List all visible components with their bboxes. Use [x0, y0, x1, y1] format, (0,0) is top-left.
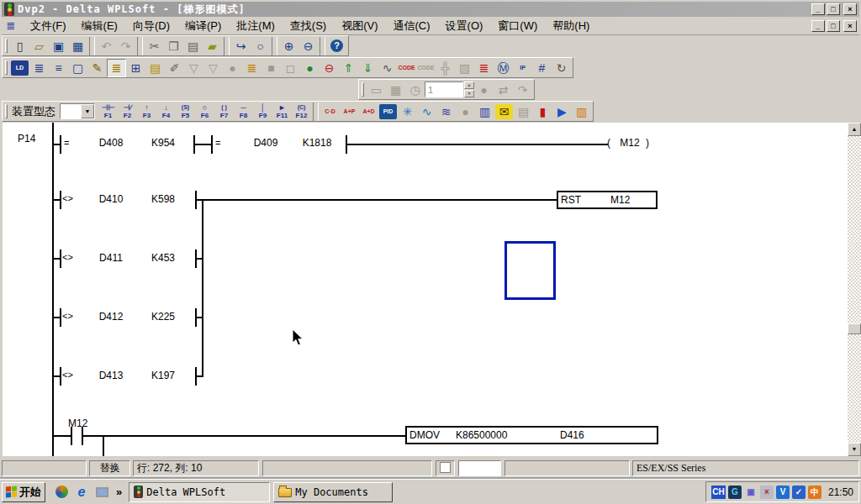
f11-instruction-button[interactable]: ►F11 [272, 102, 292, 122]
position-wizard-button[interactable]: ✳ [398, 102, 417, 121]
tray-graphics-icon[interactable]: G [728, 486, 742, 499]
ladder-edit-button[interactable]: ≣ [107, 59, 126, 77]
goto-button[interactable]: ↪ [231, 37, 251, 55]
ramp-wizard-button[interactable]: ≋ [436, 102, 456, 121]
download-program-button[interactable]: ⇓ [358, 59, 378, 77]
compare-operand[interactable]: D413 [86, 370, 136, 381]
task-delta-wplsoft[interactable]: Delta WPLSoft [129, 482, 270, 502]
output-coil-button[interactable]: ○F6 [195, 102, 214, 122]
restore-button[interactable]: □ [827, 3, 840, 15]
tray-network-disconnected-icon[interactable]: × [760, 486, 774, 499]
instruction-mode-button[interactable]: ≡ [49, 59, 68, 77]
ladder-cursor[interactable] [504, 241, 556, 300]
print-ladder-button[interactable]: ▤ [514, 102, 533, 121]
op-panel-button[interactable]: ▧ [455, 59, 474, 77]
pid-wizard-button[interactable]: PID [379, 104, 397, 119]
save-all-button[interactable]: ▦ [68, 37, 87, 55]
comment-block-button[interactable]: ▤ [145, 59, 165, 77]
compare-operator[interactable]: = [64, 138, 69, 149]
compare-operand[interactable]: K1818 [292, 137, 342, 149]
tray-security-shield-icon[interactable]: ✓ [792, 486, 806, 499]
spin-down-button[interactable]: ▼ [464, 90, 474, 97]
start-plc-button[interactable]: ▶ [552, 102, 572, 121]
time-monitor-button[interactable]: ◷ [405, 81, 425, 99]
ladder-out-mode-button[interactable]: LD [11, 60, 29, 76]
device-table-button[interactable]: ▥ [475, 102, 494, 121]
edit-comment-button[interactable]: ✎ [87, 59, 107, 77]
edit-register-button[interactable]: ≣ [474, 59, 494, 77]
edit-in-monitor-button[interactable]: ≣ [242, 59, 261, 77]
set-coil-button[interactable]: (S)F5 [176, 102, 195, 122]
verify-code-button[interactable]: CODE [416, 59, 436, 77]
compare-wizard-button[interactable]: C·D [320, 102, 340, 121]
undo-button[interactable]: ↶ [97, 37, 116, 55]
sfc-mode-button[interactable]: ▢ [68, 59, 87, 77]
new-file-button[interactable]: ▯ [10, 37, 29, 55]
menu-wizard[interactable]: 向导(D) [125, 18, 177, 34]
refresh-monitor-button[interactable]: ⇄ [494, 81, 513, 99]
speech-wizard-button[interactable]: ● [456, 102, 475, 121]
chevron-down-icon[interactable]: ▼ [81, 104, 94, 118]
zoom-out-button[interactable]: ⊖ [298, 37, 318, 55]
sfc-monitor-button[interactable]: ▽ [203, 59, 223, 77]
output-coil[interactable]: M12 [613, 137, 647, 149]
message-wizard-button[interactable]: ✉ [495, 104, 513, 119]
compare-operand[interactable]: D410 [86, 193, 136, 205]
compare-operator[interactable]: <> [62, 252, 73, 262]
compare-operator[interactable]: <> [62, 370, 73, 380]
chevron-more-icon[interactable]: » [116, 486, 122, 498]
rst-instruction-box[interactable]: RST M12 [557, 191, 658, 209]
application-instruction-button[interactable]: ( )F7 [214, 102, 234, 122]
find-button[interactable]: ○ [251, 37, 270, 55]
search-ip-button[interactable]: IP [513, 59, 532, 77]
toolbar-grip[interactable] [5, 39, 8, 53]
menu-window[interactable]: 窗口(W) [490, 18, 545, 34]
compare-operator[interactable]: = [215, 138, 220, 149]
menu-view[interactable]: 视图(V) [334, 18, 385, 34]
vertical-line-button[interactable]: │F9 [253, 102, 272, 122]
contact-a-button[interactable]: ⊣⊢F1 [98, 102, 118, 122]
menu-communication[interactable]: 通信(C) [386, 18, 438, 34]
dmov-instruction-box[interactable]: DMOV K86500000 D416 [405, 426, 658, 444]
branch-contact-d412[interactable]: <> D412 K225 [3, 308, 848, 367]
close-button[interactable]: × [843, 3, 857, 15]
compare-operand[interactable]: K598 [138, 193, 188, 205]
scroll-up-button[interactable]: ▲ [848, 123, 861, 136]
start-button[interactable]: 开始 [2, 482, 45, 502]
zoom-in-button[interactable]: ⊕ [279, 37, 298, 55]
menu-help[interactable]: 帮助(H) [545, 18, 597, 34]
tray-network-places-icon[interactable]: ▣ [744, 486, 758, 499]
device-type-combobox[interactable]: ▼ [60, 103, 95, 119]
tray-thunder-icon[interactable]: V [776, 486, 790, 499]
quick-launch-desktop-icon[interactable]: ▢ [94, 485, 109, 500]
mdi-restore-button[interactable]: □ [827, 20, 840, 32]
check-code-button[interactable]: CODE [397, 59, 416, 77]
monitor-count-input[interactable] [425, 81, 463, 97]
flowchart-button[interactable]: ╬ [436, 59, 455, 77]
copy-button[interactable]: ❐ [164, 37, 183, 55]
image-monitor-button[interactable]: ▦ [386, 81, 405, 99]
horizontal-line-button[interactable]: ─F8 [234, 102, 253, 122]
menu-comment[interactable]: 批注(M) [229, 18, 283, 34]
pointer-label[interactable]: P14 [18, 133, 35, 144]
instruction-table-button[interactable]: ⊞ [126, 59, 145, 77]
toolbar-grip[interactable] [5, 104, 8, 118]
upload-program-button[interactable]: ⇑ [339, 59, 358, 77]
spin-up-button[interactable]: ▲ [464, 81, 474, 89]
open-file-button[interactable]: ▱ [29, 37, 49, 55]
tray-ime-icon[interactable]: 中 [808, 486, 821, 499]
menu-search[interactable]: 查找(S) [283, 18, 334, 34]
compare-operand[interactable]: D408 [86, 137, 136, 149]
menu-file[interactable]: 文件(F) [23, 18, 74, 34]
compare-operand[interactable]: D409 [240, 137, 291, 149]
mdi-minimize-button[interactable]: _ [811, 20, 825, 32]
zoom-area-button[interactable]: ◻ [281, 59, 300, 77]
minimize-button[interactable]: _ [811, 3, 825, 15]
device-monitor-button[interactable]: ● [223, 59, 242, 77]
compare-operator[interactable]: <> [62, 311, 73, 321]
redo-button[interactable]: ↷ [116, 37, 135, 55]
com-port-button[interactable]: ↻ [552, 59, 571, 77]
help-button[interactable]: ? [327, 37, 346, 55]
rising-edge-button[interactable]: ↑F3 [137, 102, 156, 122]
compare-operator[interactable]: <> [62, 193, 73, 203]
